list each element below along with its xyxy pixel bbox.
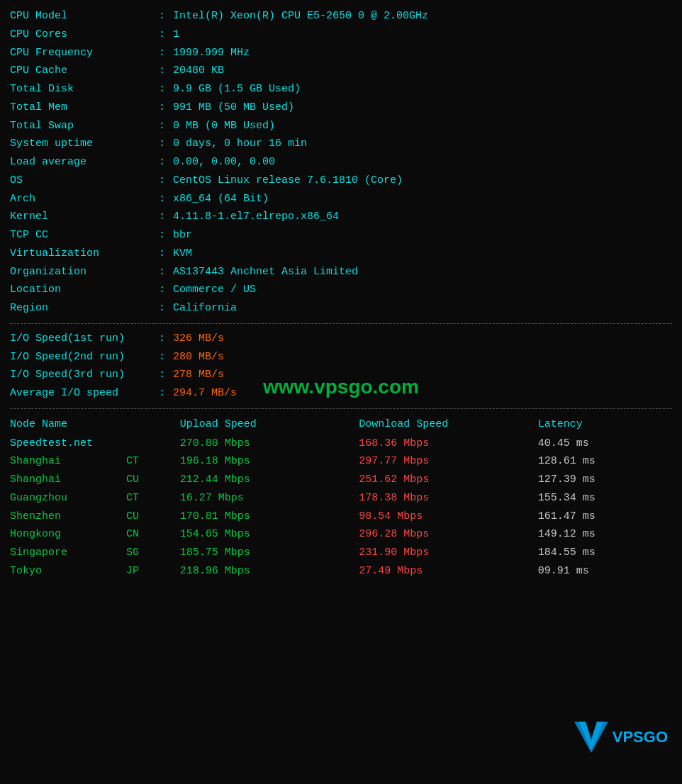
- speed-upload: 16.27 Mbps: [180, 489, 359, 508]
- location-row: Location : Commerce / US: [10, 281, 672, 299]
- speed-row: Singapore SG 185.75 Mbps 231.90 Mbps 184…: [10, 544, 672, 562]
- system-info-table: CPU Model : Intel(R) Xeon(R) CPU E5-2650…: [10, 7, 672, 318]
- io-run1-row: I/O Speed(1st run) : 326 MB/s: [10, 330, 672, 348]
- speed-row: Tokyo JP 218.96 Mbps 27.49 Mbps 09.91 ms: [10, 562, 672, 581]
- total-mem-val: 991 MB (50 MB Used): [173, 99, 672, 117]
- region-val: California: [173, 299, 672, 318]
- os-row: OS : CentOS Linux release 7.6.1810 (Core…: [10, 172, 672, 190]
- speed-download: 98.54 Mbps: [359, 508, 537, 526]
- speed-row: Speedtest.net 270.80 Mbps 168.36 Mbps 40…: [10, 435, 672, 453]
- header-download: Download Speed: [359, 415, 537, 435]
- total-mem-row: Total Mem : 991 MB (50 MB Used): [10, 99, 672, 117]
- speed-latency: 09.91 ms: [538, 562, 672, 581]
- speed-table: Node Name Upload Speed Download Speed La…: [10, 415, 672, 581]
- speed-upload: 212.44 Mbps: [180, 471, 359, 489]
- vpsgo-text-label: VPSGO: [613, 728, 668, 746]
- speed-latency: 128.61 ms: [538, 452, 672, 471]
- speed-row: Shanghai CT 196.18 Mbps 297.77 Mbps 128.…: [10, 452, 672, 471]
- org-val: AS137443 Anchnet Asia Limited: [173, 263, 672, 281]
- total-disk-key: Total Disk: [10, 80, 159, 99]
- speed-node: Shanghai: [10, 452, 126, 471]
- total-disk-row: Total Disk : 9.9 GB (1.5 GB Used): [10, 80, 672, 99]
- speed-download: 296.28 Mbps: [359, 525, 537, 544]
- divider-1: [10, 323, 672, 324]
- speed-tag: CU: [126, 471, 180, 489]
- total-mem-key: Total Mem: [10, 99, 159, 117]
- io-run1-key: I/O Speed(1st run): [10, 330, 159, 348]
- cpu-cores-row: CPU Cores : 1: [10, 26, 672, 44]
- speed-upload: 185.75 Mbps: [180, 544, 359, 562]
- org-row: Organization : AS137443 Anchnet Asia Lim…: [10, 263, 672, 281]
- speed-download: 178.38 Mbps: [359, 489, 537, 508]
- io-avg-row: Average I/O speed : 294.7 MB/s: [10, 384, 672, 403]
- speed-upload: 270.80 Mbps: [180, 435, 359, 453]
- total-swap-key: Total Swap: [10, 117, 159, 135]
- uptime-key: System uptime: [10, 135, 159, 153]
- region-key: Region: [10, 299, 159, 318]
- cpu-cores-key: CPU Cores: [10, 26, 159, 44]
- io-run3-val: 278 MB/s: [173, 366, 672, 384]
- tcp-val: bbr: [173, 226, 672, 245]
- arch-row: Arch : x86_64 (64 Bit): [10, 190, 672, 208]
- org-key: Organization: [10, 263, 159, 281]
- tcp-row: TCP CC : bbr: [10, 226, 672, 245]
- speed-tag: CT: [126, 452, 180, 471]
- io-speed-table: I/O Speed(1st run) : 326 MB/s I/O Speed(…: [10, 330, 672, 403]
- cpu-model-val: Intel(R) Xeon(R) CPU E5-2650 0 @ 2.00GHz: [173, 7, 672, 26]
- speed-download: 168.36 Mbps: [359, 435, 537, 453]
- speed-header-row: Node Name Upload Speed Download Speed La…: [10, 415, 672, 435]
- cpu-cache-key: CPU Cache: [10, 62, 159, 80]
- io-run2-val: 280 MB/s: [173, 348, 672, 366]
- speed-download: 27.49 Mbps: [359, 562, 537, 581]
- tcp-key: TCP CC: [10, 226, 159, 245]
- speed-node: Guangzhou: [10, 489, 126, 508]
- speed-upload: 218.96 Mbps: [180, 562, 359, 581]
- speed-row: Hongkong CN 154.65 Mbps 296.28 Mbps 149.…: [10, 525, 672, 544]
- cpu-cache-val: 20480 KB: [173, 62, 672, 80]
- vpsgo-logo: VPSGO: [573, 719, 668, 756]
- total-disk-val: 9.9 GB (1.5 GB Used): [173, 80, 672, 99]
- region-row: Region : California: [10, 299, 672, 318]
- virt-val: KVM: [173, 245, 672, 263]
- io-run1-val: 326 MB/s: [173, 330, 672, 348]
- speed-tag: JP: [126, 562, 180, 581]
- speed-row: Shenzhen CU 170.81 Mbps 98.54 Mbps 161.4…: [10, 508, 672, 526]
- io-avg-val: 294.7 MB/s: [173, 384, 672, 403]
- io-run3-row: I/O Speed(3rd run) : 278 MB/s: [10, 366, 672, 384]
- cpu-freq-val: 1999.999 MHz: [173, 44, 672, 62]
- speed-row: Shanghai CU 212.44 Mbps 251.62 Mbps 127.…: [10, 471, 672, 489]
- header-node: Node Name: [10, 415, 126, 435]
- speed-tag: CN: [126, 525, 180, 544]
- speed-tag: SG: [126, 544, 180, 562]
- speed-upload: 196.18 Mbps: [180, 452, 359, 471]
- total-swap-row: Total Swap : 0 MB (0 MB Used): [10, 117, 672, 135]
- load-key: Load average: [10, 153, 159, 172]
- speed-download: 297.77 Mbps: [359, 452, 537, 471]
- svg-marker-1: [578, 722, 604, 750]
- speed-latency: 149.12 ms: [538, 525, 672, 544]
- cpu-cache-row: CPU Cache : 20480 KB: [10, 62, 672, 80]
- speed-latency: 161.47 ms: [538, 508, 672, 526]
- cpu-model-colon: :: [159, 7, 173, 26]
- arch-val: x86_64 (64 Bit): [173, 190, 672, 208]
- svg-marker-0: [574, 722, 608, 753]
- vpsgo-v-icon: [573, 719, 610, 756]
- speed-node: Tokyo: [10, 562, 126, 581]
- virt-key: Virtualization: [10, 245, 159, 263]
- header-upload: Upload Speed: [180, 415, 359, 435]
- virt-row: Virtualization : KVM: [10, 245, 672, 263]
- kernel-row: Kernel : 4.11.8-1.el7.elrepo.x86_64: [10, 208, 672, 226]
- kernel-val: 4.11.8-1.el7.elrepo.x86_64: [173, 208, 672, 226]
- speed-upload: 170.81 Mbps: [180, 508, 359, 526]
- load-row: Load average : 0.00, 0.00, 0.00: [10, 153, 672, 172]
- speed-row: Guangzhou CT 16.27 Mbps 178.38 Mbps 155.…: [10, 489, 672, 508]
- arch-key: Arch: [10, 190, 159, 208]
- speed-upload: 154.65 Mbps: [180, 525, 359, 544]
- io-run2-key: I/O Speed(2nd run): [10, 348, 159, 366]
- header-latency: Latency: [538, 415, 672, 435]
- uptime-row: System uptime : 0 days, 0 hour 16 min: [10, 135, 672, 153]
- divider-2: [10, 408, 672, 409]
- speed-latency: 127.39 ms: [538, 471, 672, 489]
- speed-download: 251.62 Mbps: [359, 471, 537, 489]
- speed-tag: [126, 435, 180, 453]
